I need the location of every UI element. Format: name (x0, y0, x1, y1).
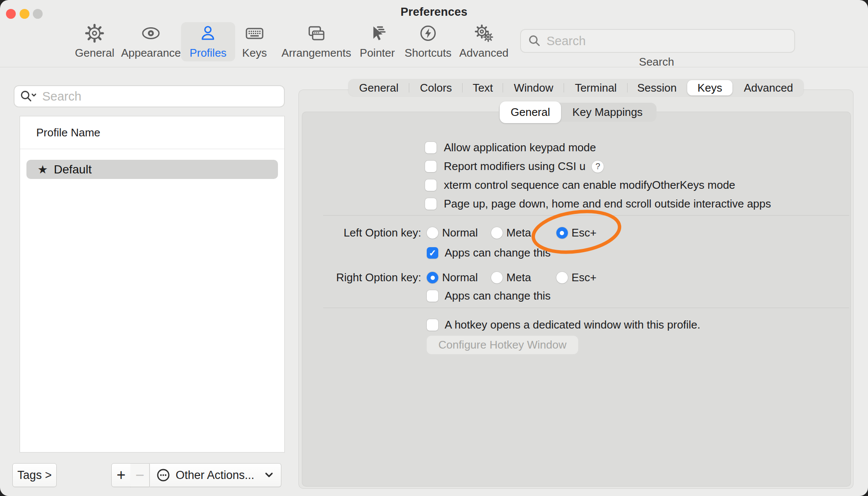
tab-general[interactable]: General (348, 79, 409, 96)
toolbar-item-profiles[interactable]: Profiles (181, 22, 235, 61)
cursor-icon (367, 22, 388, 43)
radio-left-normal[interactable] (427, 227, 438, 239)
windows-icon (306, 22, 327, 43)
plus-icon: + (116, 466, 125, 484)
person-icon (198, 22, 218, 43)
radio-left-esc-selected[interactable] (556, 227, 568, 239)
keys-subtab-bar: General Key Mappings (499, 103, 657, 122)
remove-profile-button[interactable]: − (130, 463, 150, 487)
ellipsis-circle-icon (156, 468, 171, 482)
keyboard-icon (244, 22, 265, 43)
tab-advanced[interactable]: Advanced (733, 79, 804, 96)
checkbox-unchecked[interactable] (425, 142, 437, 153)
right-option-key-label: Right Option key: (327, 271, 421, 284)
tab-text[interactable]: Text (463, 79, 503, 96)
column-header: Profile Name (36, 126, 100, 139)
subtab-general[interactable]: General (500, 101, 561, 123)
toolbar-item-arrangements[interactable]: Arrangements (281, 22, 351, 61)
toolbar-divider (0, 67, 868, 67)
chevron-down-icon (264, 471, 274, 479)
profile-list-header: Profile Name (20, 116, 284, 149)
window-title: Preferences (0, 6, 868, 19)
other-actions-dropdown[interactable]: Other Actions... (150, 463, 281, 487)
checkbox-row-page-scroll[interactable]: Page up, page down, home and end scroll … (425, 197, 771, 211)
profile-name: Default (54, 163, 92, 176)
checkbox-unchecked[interactable] (427, 290, 438, 302)
toolbar-label: Appearance (121, 47, 181, 58)
divider (323, 215, 849, 216)
add-profile-button[interactable]: + (111, 463, 131, 487)
search-placeholder: Search (547, 34, 586, 48)
profile-row-default[interactable]: ★ Default (26, 160, 278, 179)
left-option-key-label: Left Option key: (327, 226, 421, 239)
tab-window[interactable]: Window (503, 79, 564, 96)
divider (323, 308, 849, 308)
toolbar-item-general[interactable]: General (75, 22, 115, 61)
left-apps-can-change-row[interactable]: Apps can change this (427, 246, 551, 260)
checkbox-unchecked[interactable] (425, 179, 437, 191)
hotkey-row[interactable]: A hotkey opens a dedicated window with t… (427, 318, 700, 332)
toolbar-label: Pointer (360, 47, 395, 58)
toolbar-item-advanced[interactable]: Advanced (459, 22, 509, 61)
checkbox-row-keypad[interactable]: Allow application keypad mode (425, 141, 596, 154)
toolbar-item-keys[interactable]: Keys (242, 22, 267, 61)
tab-colors[interactable]: Colors (409, 79, 463, 96)
minus-icon: − (135, 466, 144, 484)
radio-left-meta[interactable] (491, 227, 503, 239)
right-apps-can-change-row[interactable]: Apps can change this (427, 289, 551, 303)
profile-tab-bar: General Colors Text Window Terminal Sess… (348, 79, 804, 96)
checkbox-unchecked[interactable] (427, 319, 438, 331)
subtab-key-mappings[interactable]: Key Mappings (561, 103, 654, 122)
toolbar-item-shortcuts[interactable]: Shortcuts (405, 22, 451, 61)
right-option-key-row: Right Option key: Normal Meta Esc+ (327, 271, 596, 284)
help-button[interactable]: ? (592, 161, 604, 173)
radio-right-normal-selected[interactable] (427, 272, 438, 283)
configure-hotkey-window-button[interactable]: Configure Hotkey Window (426, 335, 579, 355)
toolbar-label: Shortcuts (405, 47, 451, 58)
search-icon (528, 34, 541, 48)
search-with-menu-icon (20, 89, 38, 103)
toolbar-label: Profiles (190, 47, 227, 58)
tab-session[interactable]: Session (628, 79, 686, 96)
profile-search-input[interactable]: Search (14, 85, 285, 107)
toolbar-label: Arrangements (281, 47, 351, 58)
checkbox-row-csi-u[interactable]: Report modifiers using CSI u ? (425, 160, 604, 173)
gear-icon (84, 22, 105, 43)
profile-list: Profile Name ★ Default (20, 116, 285, 453)
toolbar-label: General (75, 47, 115, 58)
tab-keys[interactable]: Keys (686, 79, 733, 96)
toolbar-item-pointer[interactable]: Pointer (360, 22, 395, 61)
radio-right-meta[interactable] (491, 272, 503, 283)
preferences-window: Preferences General Appearance (0, 0, 868, 496)
search-placeholder: Search (42, 89, 81, 104)
other-actions-label: Other Actions... (176, 469, 255, 482)
checkbox-unchecked[interactable] (425, 198, 437, 210)
toolbar-label: Advanced (459, 47, 509, 58)
left-option-key-row: Left Option key: Normal Meta Esc+ (327, 226, 596, 239)
tab-keys-selected: Keys (687, 80, 732, 95)
gears-icon (474, 22, 494, 43)
eye-icon (141, 22, 161, 43)
checkbox-unchecked[interactable] (425, 161, 437, 172)
bolt-circle-icon (418, 22, 438, 43)
radio-right-esc[interactable] (556, 272, 568, 283)
tab-terminal[interactable]: Terminal (564, 79, 628, 96)
tags-button[interactable]: Tags > (12, 463, 57, 487)
toolbar-item-appearance[interactable]: Appearance (121, 22, 181, 61)
tags-button-label: Tags > (17, 469, 52, 482)
toolbar-label: Keys (242, 47, 267, 58)
toolbar-search-input[interactable]: Search (520, 29, 795, 53)
checkbox-row-modifyotherkeys[interactable]: xterm control sequence can enable modify… (425, 179, 735, 192)
checkbox-checked[interactable] (427, 247, 438, 259)
star-icon: ★ (38, 163, 48, 176)
